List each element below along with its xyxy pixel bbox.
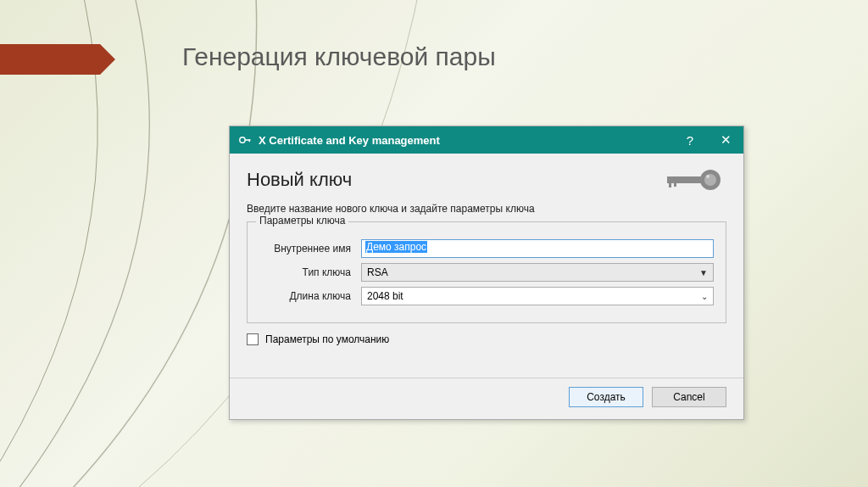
key-generation-dialog: X Certificate and Key management ? ✕ Нов…	[229, 126, 744, 420]
key-length-value: 2048 bit	[367, 290, 403, 302]
accent-bar	[0, 44, 100, 75]
group-title: Параметры ключа	[256, 215, 348, 227]
svg-rect-6	[667, 176, 701, 183]
svg-rect-8	[674, 183, 676, 187]
type-label: Тип ключа	[259, 266, 361, 278]
dialog-body: Новый ключ Введите название нового ключа…	[230, 154, 743, 354]
titlebar: X Certificate and Key management ? ✕	[230, 126, 743, 154]
chevron-down-icon: ▼	[699, 268, 708, 277]
cancel-button[interactable]: Cancel	[652, 387, 726, 407]
default-params-label: Параметры по умолчанию	[265, 333, 389, 345]
dialog-footer: Создать Cancel	[230, 378, 743, 419]
slide-title: Генерация ключевой пары	[182, 42, 496, 71]
svg-point-4	[704, 174, 716, 186]
svg-point-0	[240, 137, 245, 143]
default-params-row[interactable]: Параметры по умолчанию	[247, 333, 726, 345]
chevron-down-icon: ⌄	[701, 292, 708, 301]
key-illustration-icon	[664, 165, 726, 194]
key-icon	[238, 133, 252, 147]
instruction-text: Введите название нового ключа и задайте …	[247, 203, 726, 215]
length-label: Длина ключа	[259, 290, 361, 302]
name-label: Внутреннее имя	[259, 243, 361, 255]
default-params-checkbox[interactable]	[247, 333, 259, 345]
window-title: X Certificate and Key management	[259, 134, 672, 147]
key-params-group: Параметры ключа Внутреннее имя Демо запр…	[247, 221, 726, 323]
key-type-value: RSA	[367, 266, 388, 278]
dialog-heading: Новый ключ	[247, 169, 352, 191]
input-selected-text: Демо запрос	[365, 241, 427, 253]
svg-point-5	[706, 175, 709, 178]
svg-rect-7	[669, 183, 671, 188]
create-button[interactable]: Создать	[569, 387, 643, 407]
key-length-select[interactable]: 2048 bit ⌄	[361, 287, 714, 305]
close-button[interactable]: ✕	[708, 126, 743, 154]
internal-name-input[interactable]: Демо запрос	[361, 239, 714, 258]
help-button[interactable]: ?	[672, 126, 708, 154]
key-type-select[interactable]: RSA ▼	[361, 263, 714, 282]
svg-rect-2	[249, 139, 250, 142]
